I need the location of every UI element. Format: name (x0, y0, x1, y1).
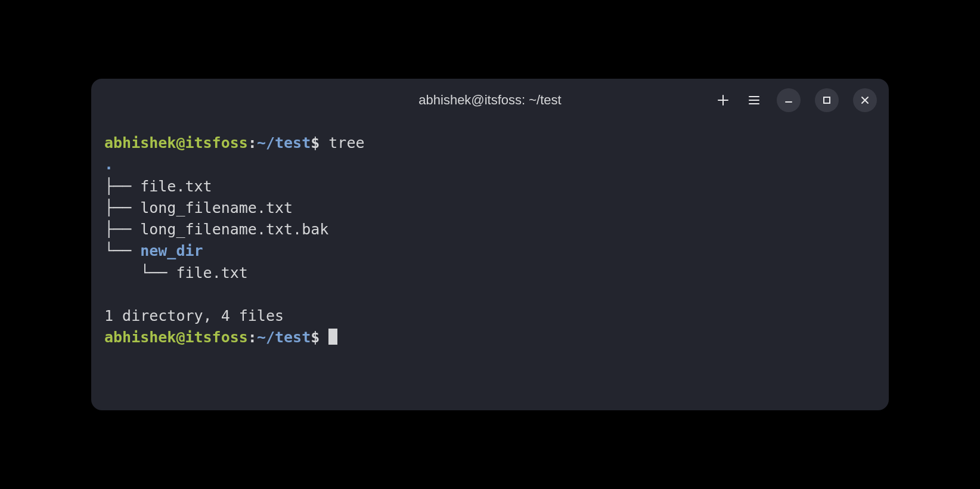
prompt-user-host: abhishek@itsfoss (104, 134, 248, 151)
tree-file: file.txt (140, 178, 212, 195)
prompt-user-host: abhishek@itsfoss (104, 329, 248, 346)
tree-entry-3: ├── long_filename.txt.bak (104, 221, 328, 238)
tree-file: file.txt (176, 264, 247, 281)
close-button[interactable] (853, 88, 877, 112)
tree-prefix: ├── (104, 221, 140, 238)
tree-file: long_filename.txt (140, 199, 293, 216)
prompt-path: ~/test (257, 329, 311, 346)
tree-dir: new_dir (140, 242, 203, 259)
tree-entry-5: └── file.txt (104, 264, 248, 281)
tree-file: long_filename.txt.bak (140, 221, 328, 238)
tree-prefix: ├── (104, 199, 140, 216)
prompt-path: ~/test (257, 134, 311, 151)
tree-entry-1: ├── file.txt (104, 178, 212, 195)
terminal-body[interactable]: abhishek@itsfoss:~/test$ tree . ├── file… (91, 122, 889, 410)
titlebar: abhishek@itsfoss: ~/test (91, 79, 889, 122)
hamburger-icon (748, 94, 760, 106)
prompt-dollar: $ (311, 329, 320, 346)
terminal-window: abhishek@itsfoss: ~/test abhishek@itsfos… (91, 79, 889, 410)
command-text: tree (320, 134, 364, 151)
command-text (320, 329, 328, 346)
maximize-button[interactable] (815, 88, 839, 112)
minimize-button[interactable] (777, 88, 801, 112)
blank-line (104, 284, 876, 305)
tree-root: . (104, 156, 113, 173)
prompt-line-1: abhishek@itsfoss:~/test$ tree (104, 134, 365, 151)
minimize-icon (784, 95, 793, 105)
prompt-line-2: abhishek@itsfoss:~/test$ (104, 329, 337, 346)
tree-entry-2: ├── long_filename.txt (104, 199, 293, 216)
cursor (328, 329, 337, 345)
tree-prefix: └── (104, 264, 176, 281)
tree-summary: 1 directory, 4 files (104, 307, 284, 324)
new-tab-button[interactable] (715, 92, 731, 109)
tree-prefix: ├── (104, 178, 140, 195)
prompt-colon: : (248, 134, 257, 151)
titlebar-controls (715, 88, 877, 112)
maximize-icon (822, 95, 832, 105)
tree-entry-4: └── new_dir (104, 242, 203, 259)
plus-icon (717, 94, 729, 106)
window-title: abhishek@itsfoss: ~/test (418, 92, 561, 108)
tree-prefix: └── (104, 242, 140, 259)
svg-rect-0 (824, 97, 830, 103)
close-icon (860, 95, 870, 105)
prompt-colon: : (248, 329, 257, 346)
prompt-dollar: $ (311, 134, 320, 151)
menu-button[interactable] (746, 92, 762, 109)
